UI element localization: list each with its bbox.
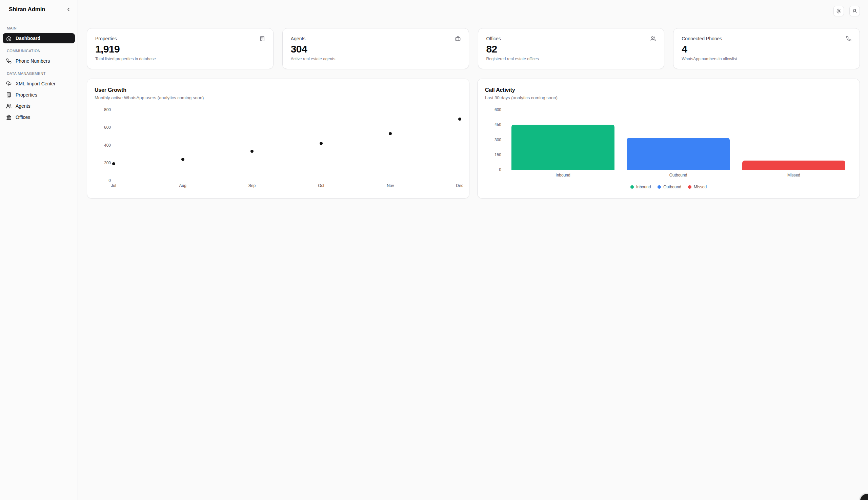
y-axis-tick: 600 — [477, 107, 501, 113]
dev-tools-button[interactable] — [860, 494, 868, 500]
stat-description: Active real estate agents — [291, 57, 461, 61]
x-axis-label: Nov — [375, 183, 406, 188]
users-icon — [6, 103, 12, 109]
sidebar: Shiran Admin MAIN Dashboard COMMUNICATIO… — [0, 0, 78, 500]
phone-icon — [6, 58, 12, 64]
collapse-sidebar-button[interactable] — [64, 5, 73, 14]
y-axis-tick: 0 — [477, 167, 501, 172]
sidebar-item-label: Phone Numbers — [15, 58, 50, 64]
bar-outbound — [627, 138, 730, 170]
y-axis-tick: 200 — [87, 160, 111, 166]
legend-item-inbound: Inbound — [630, 185, 651, 189]
x-axis-label: Oct — [306, 183, 337, 188]
legend-item-outbound: Outbound — [657, 185, 681, 189]
scatter-point — [319, 142, 323, 145]
nav-section-label-main: MAIN — [7, 26, 71, 30]
y-axis-tick: 400 — [87, 143, 111, 148]
legend-dot — [657, 185, 661, 189]
y-axis-tick: 450 — [477, 122, 501, 127]
x-axis-label: Outbound — [663, 172, 694, 178]
sidebar-item-label: Dashboard — [15, 36, 40, 41]
sidebar-item-phone-numbers[interactable]: Phone Numbers — [3, 56, 75, 66]
x-axis-label: Missed — [779, 172, 809, 178]
sidebar-header: Shiran Admin — [0, 0, 78, 19]
legend-dot — [688, 185, 691, 189]
users-icon — [651, 36, 656, 41]
stat-value: 82 — [486, 43, 656, 55]
sidebar-item-dashboard[interactable]: Dashboard — [3, 33, 75, 43]
scatter-point — [112, 162, 115, 165]
sidebar-item-properties[interactable]: Properties — [3, 90, 75, 100]
stat-value: 304 — [291, 43, 461, 55]
phone-icon — [846, 36, 852, 41]
sidebar-item-label: Offices — [15, 114, 30, 120]
x-axis-label: Sep — [237, 183, 267, 188]
stat-card-agents: Agents 304 Active real estate agents — [282, 28, 469, 69]
home-icon — [6, 36, 12, 41]
stat-label: Offices — [486, 36, 656, 41]
stat-description: Registered real estate offices — [486, 57, 656, 61]
theme-toggle-button[interactable] — [833, 6, 844, 16]
stat-description: WhatsApp numbers in allowlist — [681, 57, 852, 61]
app-title: Shiran Admin — [9, 6, 45, 13]
legend-label: Inbound — [636, 185, 651, 189]
user-icon — [852, 9, 857, 13]
call-activity-plot: 0150300450600InboundOutboundMissed — [477, 79, 859, 198]
scatter-point — [250, 150, 253, 153]
chart-legend: InboundOutboundMissed — [477, 185, 859, 189]
building-icon — [6, 92, 12, 98]
sidebar-item-offices[interactable]: Offices — [3, 112, 75, 122]
stat-label: Connected Phones — [681, 36, 852, 41]
sidebar-item-label: Properties — [15, 92, 37, 98]
x-axis-label: Aug — [167, 183, 198, 188]
y-axis-tick: 800 — [87, 107, 111, 113]
scatter-point — [458, 117, 461, 121]
cloud-upload-icon — [6, 81, 12, 87]
sidebar-item-agents[interactable]: Agents — [3, 101, 75, 111]
legend-label: Outbound — [663, 185, 681, 189]
y-axis-tick: 150 — [477, 152, 501, 158]
landmark-icon — [6, 114, 12, 120]
legend-item-missed: Missed — [688, 185, 707, 189]
scatter-point — [181, 158, 184, 161]
chevron-left-icon — [66, 7, 71, 12]
stat-card-properties: Properties 1,919 Total listed properties… — [87, 28, 273, 69]
building-icon — [260, 36, 265, 41]
user-menu-button[interactable] — [849, 6, 860, 16]
main-content: Properties 1,919 Total listed properties… — [78, 0, 868, 198]
y-axis-tick: 0 — [87, 178, 111, 183]
y-axis-tick: 300 — [477, 137, 501, 143]
charts-row: User Growth Monthly active WhatsApp user… — [87, 79, 860, 198]
x-axis-label: Dec — [444, 183, 470, 188]
bar-inbound — [511, 125, 615, 170]
user-growth-plot: 0200400600800JulAugSepOctNovDec — [87, 79, 469, 198]
stats-row: Properties 1,919 Total listed properties… — [87, 28, 860, 69]
y-axis-tick: 600 — [87, 125, 111, 130]
stat-value: 1,919 — [95, 43, 265, 55]
sidebar-item-label: Agents — [15, 103, 31, 109]
legend-dot — [630, 185, 634, 189]
sun-icon — [836, 9, 841, 13]
stat-description: Total listed properties in database — [95, 57, 265, 61]
stat-value: 4 — [681, 43, 852, 55]
stat-label: Agents — [291, 36, 461, 41]
user-growth-chart-card: User Growth Monthly active WhatsApp user… — [87, 79, 470, 198]
sidebar-nav: MAIN Dashboard COMMUNICATION Phone Numbe… — [0, 19, 78, 122]
legend-label: Missed — [694, 185, 707, 189]
stat-label: Properties — [95, 36, 265, 41]
topbar — [87, 0, 860, 16]
x-axis-label: Jul — [98, 183, 129, 188]
scatter-point — [389, 132, 392, 135]
sidebar-item-label: XML Import Center — [15, 81, 56, 87]
briefcase-icon — [455, 36, 461, 41]
stat-card-connected-phones: Connected Phones 4 WhatsApp numbers in a… — [673, 28, 860, 69]
call-activity-chart-card: Call Activity Last 30 days (analytics co… — [477, 79, 860, 198]
nav-section-label-communication: COMMUNICATION — [7, 49, 71, 53]
x-axis-label: Inbound — [548, 172, 578, 178]
sidebar-item-xml-import-center[interactable]: XML Import Center — [3, 79, 75, 89]
bar-missed — [742, 161, 845, 170]
nav-section-label-data-management: DATA MANAGEMENT — [7, 71, 71, 76]
stat-card-offices: Offices 82 Registered real estate office… — [478, 28, 665, 69]
